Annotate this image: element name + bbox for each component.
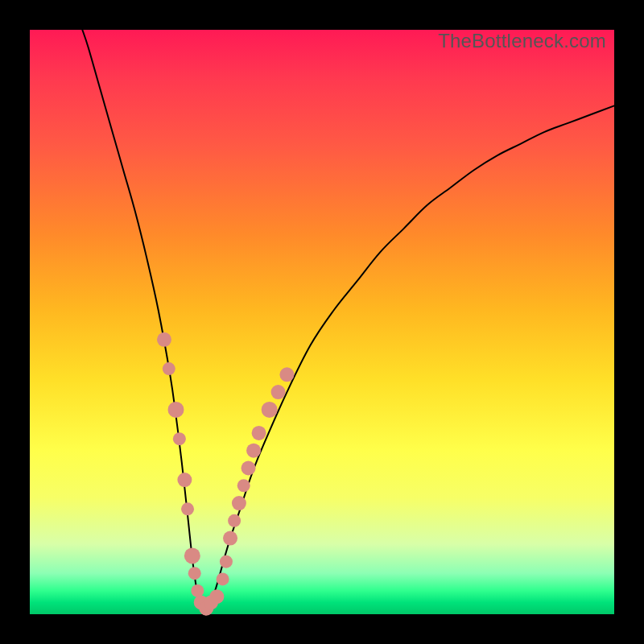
data-marker	[184, 547, 200, 564]
data-marker	[271, 385, 286, 399]
data-marker	[163, 362, 175, 375]
data-marker	[262, 402, 278, 418]
data-marker	[173, 432, 186, 445]
data-marker	[181, 502, 194, 515]
data-marker	[279, 367, 294, 382]
data-marker	[252, 426, 266, 440]
data-marker	[168, 402, 184, 418]
bottleneck-curve	[82, 30, 614, 614]
chart-svg	[30, 30, 614, 614]
data-markers	[157, 332, 294, 616]
data-marker	[188, 567, 201, 580]
data-marker	[177, 473, 192, 487]
plot-area: TheBottleneck.com	[30, 30, 614, 614]
data-marker	[232, 496, 246, 510]
data-marker	[237, 479, 250, 492]
chart-stage: TheBottleneck.com	[0, 0, 644, 644]
data-marker	[228, 514, 241, 527]
data-marker	[191, 584, 204, 597]
data-marker	[223, 531, 237, 546]
data-marker	[209, 589, 224, 604]
data-marker	[246, 444, 261, 458]
data-marker	[217, 572, 229, 585]
data-marker	[242, 461, 256, 476]
data-marker	[220, 555, 233, 568]
data-marker	[157, 332, 171, 347]
